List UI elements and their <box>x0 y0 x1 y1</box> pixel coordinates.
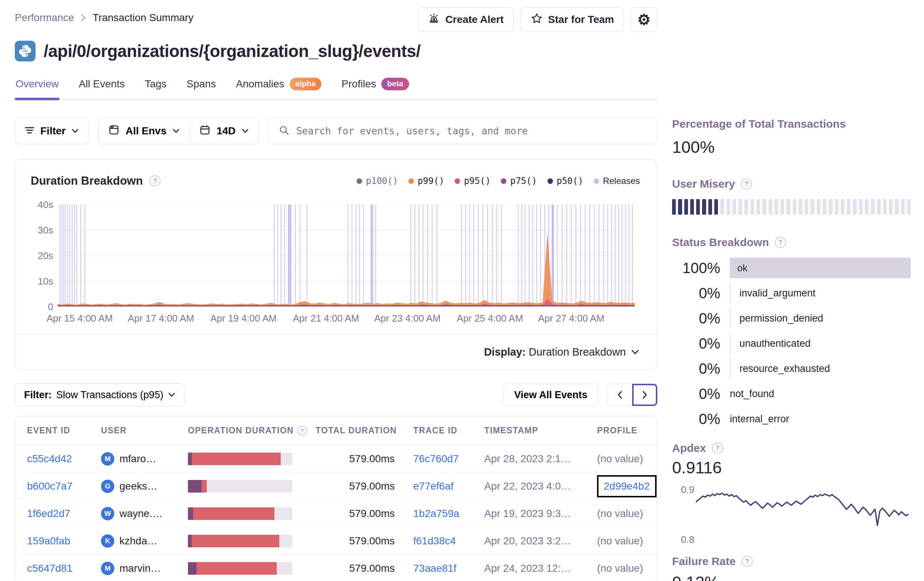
star-for-team-button[interactable]: Star for Team <box>520 7 624 32</box>
filter-dropdown[interactable]: Filter <box>15 118 89 144</box>
timestamp: Apr 19, 2023 9:3… <box>484 508 597 520</box>
y-axis-tick: 20s <box>18 250 53 262</box>
status-row: 0% resource_exhausted <box>672 358 911 379</box>
x-axis-tick: Apr 21 4:00 AM <box>293 313 359 324</box>
bar-segment-http <box>192 453 281 465</box>
chevron-right-icon <box>641 390 648 400</box>
panel-header: Duration Breakdown ? p100() p99() p95() … <box>15 159 657 188</box>
tab-spans-label: Spans <box>186 78 216 90</box>
previous-page-button[interactable] <box>607 384 632 406</box>
col-timestamp: TIMESTAMP <box>484 425 597 435</box>
legend-p100[interactable]: p100() <box>356 176 398 186</box>
misery-segment-empty <box>756 199 760 215</box>
help-icon[interactable]: ? <box>741 179 752 189</box>
tab-all-events-label: All Events <box>79 78 125 90</box>
create-alert-button[interactable]: Create Alert <box>417 7 514 32</box>
help-icon[interactable]: ? <box>297 426 307 435</box>
help-icon[interactable]: ? <box>712 443 723 454</box>
tab-anomalies[interactable]: Anomalies alpha <box>235 76 323 99</box>
trace-id-link[interactable]: 1b2a759a <box>413 508 459 519</box>
x-axis-tick: Apr 25 4:00 AM <box>457 313 523 324</box>
legend-p75[interactable]: p75() <box>501 176 537 186</box>
next-page-button[interactable] <box>632 384 657 406</box>
search-input[interactable] <box>296 126 647 137</box>
misery-segment-empty <box>744 199 748 215</box>
misery-segment-empty <box>738 199 742 215</box>
page-header: Performance Transaction Summary Creat <box>15 0 657 32</box>
profile-link[interactable]: 2d99e4b2 <box>604 480 650 492</box>
misery-segment-empty <box>859 199 863 215</box>
duration-breakdown-panel: Duration Breakdown ? p100() p99() p95() … <box>15 159 657 370</box>
trace-id-link[interactable]: 73aae81f <box>413 563 457 574</box>
y-axis-tick: 30s <box>18 225 53 236</box>
legend-releases[interactable]: Releases <box>594 176 640 186</box>
misery-segment-filled <box>690 199 694 215</box>
beta-badge: beta <box>381 78 409 90</box>
x-axis-tick: Apr 23 4:00 AM <box>375 313 441 324</box>
legend-p95[interactable]: p95() <box>455 176 490 186</box>
apdex-trend-chart: 0.9 0.8 <box>672 483 911 543</box>
status-label: unauthenticated <box>730 333 911 354</box>
trace-id-link[interactable]: 76c760d7 <box>413 453 459 464</box>
environment-dropdown[interactable]: All Envs <box>99 118 189 144</box>
view-all-events-button[interactable]: View All Events <box>503 384 598 406</box>
misery-segment-empty <box>751 199 754 215</box>
trace-id-link[interactable]: f61d38c4 <box>413 535 456 546</box>
gear-icon: ⚙ <box>637 12 651 27</box>
x-axis-tick: Apr 15 4:00 AM <box>46 313 113 324</box>
avatar: W <box>101 507 114 520</box>
bar-segment-db <box>188 535 191 547</box>
status-row: 0% not_found <box>672 383 911 404</box>
total-duration: 579.00ms <box>315 508 413 520</box>
create-alert-label: Create Alert <box>446 14 504 25</box>
status-ok-bar: ok <box>730 258 911 278</box>
bar-segment-db <box>188 453 192 465</box>
event-id-link[interactable]: b600c7a7 <box>27 480 73 492</box>
tab-spans[interactable]: Spans <box>186 76 216 99</box>
tab-bar: Overview All Events Tags Spans Anomalies… <box>15 76 657 100</box>
environment-label: All Envs <box>125 125 166 137</box>
breadcrumb-performance[interactable]: Performance <box>15 12 74 24</box>
help-icon[interactable]: ? <box>742 556 753 567</box>
tab-profiles[interactable]: Profiles beta <box>341 76 410 99</box>
tab-tags[interactable]: Tags <box>144 76 167 99</box>
col-trace-id: TRACE ID <box>413 425 484 435</box>
display-dropdown[interactable]: Duration Breakdown <box>529 346 639 358</box>
chevron-down-icon <box>631 349 639 355</box>
col-total-duration: TOTAL DURATION <box>315 425 413 435</box>
slow-transactions-filter-dropdown[interactable]: Filter: Slow Transactions (p95) <box>15 383 185 406</box>
misery-segment-empty <box>828 199 832 215</box>
misery-segment-filled <box>684 199 688 215</box>
window-icon <box>108 124 119 138</box>
date-range-dropdown[interactable]: 14D <box>190 118 258 144</box>
settings-button[interactable]: ⚙ <box>631 7 657 32</box>
table-row: b600c7a7 Ggeeks… 579.00ms e77ef6af Apr 2… <box>15 473 657 500</box>
siren-icon <box>427 12 440 27</box>
trace-id-link[interactable]: e77ef6af <box>413 480 454 492</box>
help-icon[interactable]: ? <box>149 175 160 187</box>
operation-duration-bar <box>188 507 292 520</box>
user-name: geeks… <box>119 480 158 492</box>
event-id-link[interactable]: 1f6ed2d7 <box>27 508 70 519</box>
legend-p99[interactable]: p99() <box>408 176 444 186</box>
misery-segment-empty <box>889 199 893 215</box>
avatar: K <box>101 535 114 548</box>
misery-segment-filled <box>714 199 718 215</box>
apdex-ytick-bottom: 0.8 <box>681 534 694 545</box>
status-label: resource_exhausted <box>730 358 911 379</box>
event-id-link[interactable]: c5647d81 <box>27 563 73 574</box>
misery-segment-empty <box>786 199 790 215</box>
main-column: Performance Transaction Summary Creat <box>15 0 657 581</box>
filter-value: Slow Transactions (p95) <box>56 389 163 401</box>
table-row: 1f6ed2d7 Wwayne.… 579.00ms 1b2a759a Apr … <box>15 500 657 527</box>
operation-duration-bar <box>188 453 292 465</box>
event-id-link[interactable]: c55c4d42 <box>27 453 72 464</box>
status-pct: 100% <box>672 260 720 276</box>
filter-prefix: Filter: <box>24 389 52 401</box>
tab-tags-label: Tags <box>145 78 167 90</box>
legend-p50[interactable]: p50() <box>548 176 583 186</box>
event-id-link[interactable]: 159a0fab <box>27 535 70 546</box>
tab-overview[interactable]: Overview <box>15 76 59 99</box>
help-icon[interactable]: ? <box>775 237 786 248</box>
tab-all-events[interactable]: All Events <box>78 76 126 99</box>
